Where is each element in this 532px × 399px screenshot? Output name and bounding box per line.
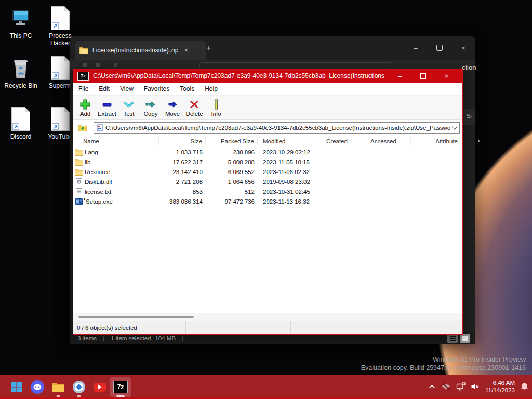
sevenzip-maximize-button[interactable] [411,72,435,80]
info-icon [210,99,222,110]
browser-icon [73,381,85,393]
shortcut-file-icon [0,106,42,131]
chevron-down-icon[interactable] [451,124,457,129]
table-row[interactable]: Lang 1 033 715 238 896 2023-10-29 02:12 [73,147,462,157]
new-tab-button[interactable]: + [206,44,211,52]
maximize-icon [420,73,426,79]
sevenzip-window-title: C:\Users\vm6\AppData\Local\Temp\Temp7c20… [93,72,384,79]
column-header-size[interactable]: Size [159,137,206,145]
desktop-icon-label: Discord [0,133,42,140]
menu-edit[interactable]: Edit [94,85,115,92]
selection-status: 0 / 6 object(s) selected [73,321,186,334]
ethernet-monitor-icon[interactable] [456,382,466,391]
copy-button[interactable]: Copy [140,97,162,118]
sevenzip-address-row: C:\Users\vm6\AppData\Local\Temp\Temp7c20… [73,120,462,136]
7zip-icon: 7z [113,381,128,393]
shortcut-arrow-icon [52,22,59,29]
explorer-tab[interactable]: License(Instructions-Inside).zip × [75,41,206,60]
column-header-name[interactable]: Name [73,137,159,145]
windows-logo-icon [10,381,23,393]
menu-tools[interactable]: Tools [175,85,200,92]
table-row-focused[interactable]: Setup.exe 383 036 314 97 472 736 2023-11… [73,196,462,206]
windows-version-watermark: Windows 11 Pro Insider Preview Evaluatio… [361,356,526,372]
volume-muted-icon[interactable] [471,382,480,391]
selection-size: 104 MB [155,335,176,341]
taskbar-7zip-button[interactable]: 7z [110,377,131,397]
separator: | [182,335,183,341]
desktop-icon-label: Recycle Bin [0,82,42,89]
sevenzip-minimize-button[interactable]: – [388,72,411,80]
column-header-packed-size[interactable]: Packed Size [206,137,258,145]
screen: This PC Process Hacker Recycle Bin [0,0,532,399]
column-header-accessed[interactable]: Accessed [365,137,411,145]
tab-close-icon[interactable]: × [182,47,190,54]
taskbar-clock[interactable]: 6:46 AM 11/14/2023 [485,379,515,394]
sevenzip-title-bar[interactable]: 7z C:\Users\vm6\AppData\Local\Temp\Temp7… [73,69,462,83]
scrollbar-thumb[interactable] [78,316,194,318]
table-row[interactable]: Resource 23 142 410 6 069 552 2023-11-06… [73,167,462,177]
this-pc-icon [0,5,42,30]
tray-chevron-up-icon[interactable] [428,383,436,390]
desktop-icon-this-pc[interactable]: This PC [0,5,42,39]
explorer-maximize-button[interactable] [428,36,451,59]
address-combobox[interactable]: C:\Users\vm6\AppData\Local\Temp\Temp7c20… [94,122,460,134]
move-arrow-icon [167,99,178,110]
menu-file[interactable]: File [73,85,94,92]
test-button[interactable]: Test [118,97,140,118]
explorer-tab-bar: License(Instructions-Inside).zip × + – × [70,36,475,60]
notification-bell-icon[interactable] [520,382,529,391]
details-view-button[interactable] [447,334,458,343]
test-check-icon [123,99,135,110]
add-button[interactable]: Add [74,97,96,118]
version-line1: Windows 11 Pro Insider Preview [361,356,526,364]
taskbar-browser-button[interactable] [69,377,89,397]
menu-favorites[interactable]: Favorites [139,85,175,92]
file-explorer-icon [51,381,65,393]
horizontal-scrollbar[interactable] [73,313,462,321]
thumbnail-view-button[interactable] [460,334,470,343]
sevenzip-file-list: Name Size Packed Size Modified Created A… [73,136,462,313]
sevenzip-close-button[interactable]: × [435,72,458,80]
youtube-icon [94,383,106,392]
text-file-icon [75,188,83,195]
shortcut-arrow-icon [52,123,59,130]
taskbar: 7z 6:46 AM 11/14/2023 [0,375,532,399]
zip-folder-icon [79,47,88,54]
desktop-icon-label: This PC [0,32,42,39]
desktop-icon-discord[interactable]: Discord [0,106,42,140]
explorer-close-button[interactable]: × [451,36,475,59]
parent-folder-button[interactable] [76,122,89,134]
network-disconnected-icon[interactable] [441,382,451,391]
info-button[interactable]: Info [205,97,227,118]
table-row[interactable]: lib 17 622 317 5 008 288 2023-11-05 10:1… [73,157,462,167]
up-folder-icon [78,124,87,132]
delete-x-icon [189,99,200,110]
table-row[interactable]: license.txt 853 512 2023-10-31 02:45 [73,187,462,196]
extract-button[interactable]: Extract [96,97,118,118]
column-header-attribute[interactable]: Attribute [411,137,458,145]
thumbnail-view-icon [462,336,468,341]
sevenzip-app-icon: 7z [77,72,89,81]
explorer-tab-title: License(Instructions-Inside).zip [92,47,178,54]
exe-file-icon [75,198,83,205]
active-indicator [116,395,125,397]
shortcut-file-icon [39,5,81,30]
add-plus-icon [79,99,91,110]
column-header-modified[interactable]: Modified [258,137,321,145]
column-header-created[interactable]: Created [321,137,365,145]
explorer-minimize-button[interactable]: – [404,36,428,59]
desktop-icon-recycle-bin[interactable]: Recycle Bin [0,55,42,89]
move-button[interactable]: Move [162,97,183,118]
taskbar-youtube-button[interactable] [89,377,110,397]
table-row[interactable]: DiskLib.dll 2 721 208 1 064 656 2019-09-… [73,177,462,187]
menu-help[interactable]: Help [200,85,223,92]
explorer-size-column-fragment: Si [467,113,472,119]
taskbar-discord-button[interactable] [27,377,48,397]
wallpaper-star [478,140,480,142]
taskbar-explorer-button[interactable] [48,377,69,397]
delete-button[interactable]: Delete [183,97,205,118]
extract-minus-icon [101,99,113,110]
menu-view[interactable]: View [115,85,139,92]
start-button[interactable] [6,377,27,397]
separator: | [103,335,104,341]
